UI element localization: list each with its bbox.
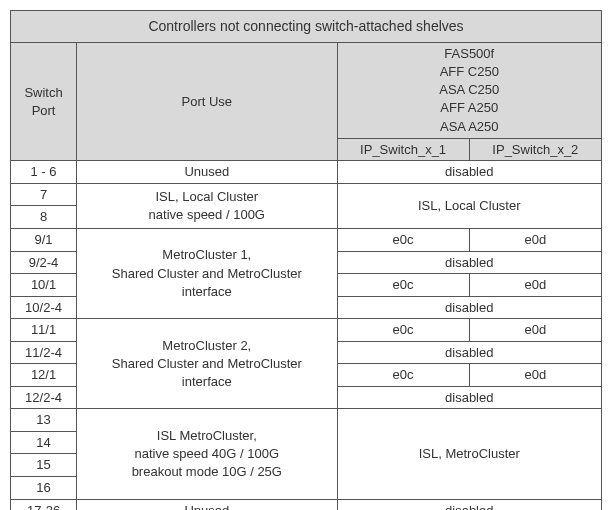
value-cell: disabled <box>337 341 602 364</box>
switch-port-cell: 9/2-4 <box>11 251 77 274</box>
value-cell: disabled <box>337 386 602 409</box>
port-use-cell: MetroCluster 1, Shared Cluster and Metro… <box>77 229 337 319</box>
value-cell: e0c <box>337 274 469 297</box>
value-cell: e0d <box>469 364 601 387</box>
switch-port-cell: 17-36 <box>11 499 77 510</box>
switch-port-cell: 14 <box>11 431 77 454</box>
port-use-cell: Unused <box>77 499 337 510</box>
table-row: 9/1 MetroCluster 1, Shared Cluster and M… <box>11 229 602 252</box>
value-cell: e0d <box>469 274 601 297</box>
col-header-ip-switch-2: IP_Switch_x_2 <box>469 138 601 161</box>
switch-port-cell: 15 <box>11 454 77 477</box>
switch-port-cell: 12/2-4 <box>11 386 77 409</box>
switch-port-cell: 11/1 <box>11 319 77 342</box>
switch-port-cell: 13 <box>11 409 77 432</box>
table-row: 7 ISL, Local Cluster native speed / 100G… <box>11 183 602 206</box>
col-header-port-use: Port Use <box>77 42 337 160</box>
table-row: 17-36 Unused disabled <box>11 499 602 510</box>
port-use-cell: MetroCluster 2, Shared Cluster and Metro… <box>77 319 337 409</box>
col-header-ip-switch-1: IP_Switch_x_1 <box>337 138 469 161</box>
port-use-cell: ISL, Local Cluster native speed / 100G <box>77 183 337 228</box>
value-cell: disabled <box>337 499 602 510</box>
value-cell: e0c <box>337 319 469 342</box>
table-row: 13 ISL MetroCluster, native speed 40G / … <box>11 409 602 432</box>
value-cell: ISL, MetroCluster <box>337 409 602 499</box>
value-cell: e0d <box>469 319 601 342</box>
table-title: Controllers not connecting switch-attach… <box>11 11 602 43</box>
value-cell: ISL, Local Cluster <box>337 183 602 228</box>
port-use-cell: ISL MetroCluster, native speed 40G / 100… <box>77 409 337 499</box>
value-cell: disabled <box>337 296 602 319</box>
switch-port-cell: 1 - 6 <box>11 161 77 184</box>
col-header-switch-port: Switch Port <box>11 42 77 160</box>
switch-port-cell: 10/2-4 <box>11 296 77 319</box>
switch-port-cell: 10/1 <box>11 274 77 297</box>
value-cell: e0d <box>469 229 601 252</box>
switch-port-cell: 12/1 <box>11 364 77 387</box>
port-use-cell: Unused <box>77 161 337 184</box>
table-row: 11/1 MetroCluster 2, Shared Cluster and … <box>11 319 602 342</box>
col-header-models: FAS500f AFF C250 ASA C250 AFF A250 ASA A… <box>337 42 602 138</box>
value-cell: e0c <box>337 229 469 252</box>
switch-port-cell: 7 <box>11 183 77 206</box>
value-cell: e0c <box>337 364 469 387</box>
switch-port-cell: 11/2-4 <box>11 341 77 364</box>
switch-port-cell: 16 <box>11 477 77 500</box>
switch-port-cell: 8 <box>11 206 77 229</box>
table-row: 1 - 6 Unused disabled <box>11 161 602 184</box>
value-cell: disabled <box>337 251 602 274</box>
switch-port-cell: 9/1 <box>11 229 77 252</box>
value-cell: disabled <box>337 161 602 184</box>
port-mapping-table: Controllers not connecting switch-attach… <box>10 10 602 510</box>
